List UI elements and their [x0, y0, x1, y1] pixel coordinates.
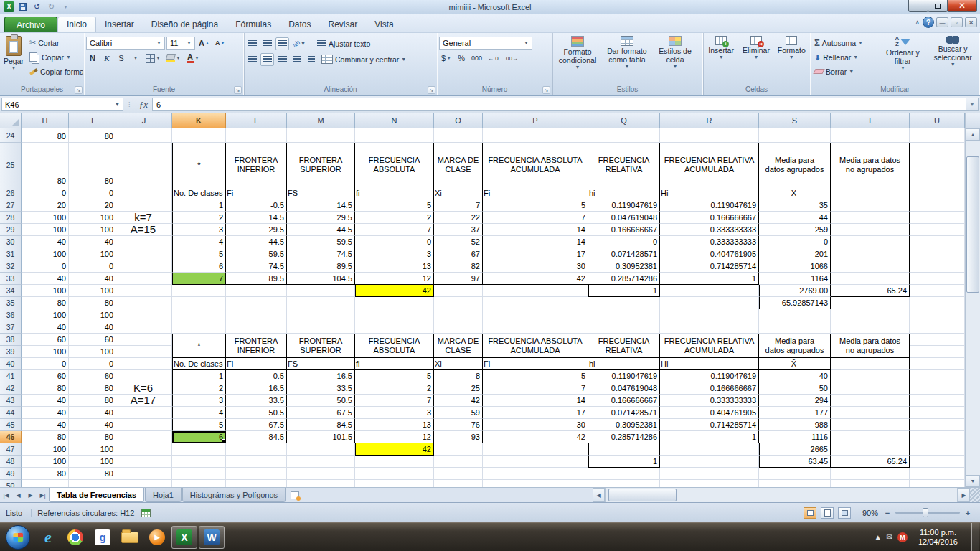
cell-K43[interactable]: 3	[172, 395, 226, 407]
cell-N47[interactable]: 42	[355, 443, 434, 456]
cell-K37[interactable]	[172, 321, 226, 334]
row-header-24[interactable]: 24	[0, 128, 22, 143]
cell-I24[interactable]: 80	[69, 128, 116, 143]
cell-S41[interactable]: 40	[759, 370, 831, 382]
cell-I31[interactable]: 100	[69, 248, 116, 260]
cell-T27[interactable]	[831, 199, 910, 212]
cell-J29[interactable]: A=15	[116, 224, 172, 236]
cell-T32[interactable]	[831, 260, 910, 273]
increase-indent-button[interactable]	[305, 53, 318, 66]
cell-P40[interactable]: Fi	[483, 358, 588, 370]
cell-K47[interactable]	[172, 443, 226, 456]
orientation-button[interactable]: ab▼	[291, 37, 308, 50]
cell-T49[interactable]	[831, 468, 910, 480]
cell-S42[interactable]: 50	[759, 382, 831, 395]
cell-J36[interactable]	[116, 309, 172, 321]
cell-styles-button[interactable]: Estilos de celda▼	[653, 34, 697, 70]
row-header-28[interactable]: 28	[0, 212, 22, 224]
horizontal-scroll-thumb[interactable]	[608, 489, 677, 501]
tab-diseno-de-pagina[interactable]: Diseño de página	[143, 17, 227, 32]
row-header-41[interactable]: 41	[0, 370, 22, 382]
cell-H26[interactable]: 0	[22, 187, 69, 199]
cell-U45[interactable]	[910, 419, 965, 431]
cell-Q45[interactable]: 0.30952381	[588, 419, 660, 431]
row-header-40[interactable]: 40	[0, 358, 22, 370]
cell-H30[interactable]: 40	[22, 236, 69, 248]
cell-T41[interactable]	[831, 370, 910, 382]
cell-T40[interactable]	[831, 358, 910, 370]
save-button[interactable]	[17, 1, 29, 13]
cell-P50[interactable]	[483, 480, 588, 487]
cell-M33[interactable]: 104.5	[287, 273, 355, 285]
sheet-tab-tabla-de-frecuencias[interactable]: Tabla de Frecuencias	[49, 488, 144, 502]
cell-J49[interactable]	[116, 468, 172, 480]
cell-S34[interactable]: 2769.00	[759, 285, 831, 297]
cell-J37[interactable]	[116, 321, 172, 334]
cell-O48[interactable]	[434, 456, 483, 468]
cell-S24[interactable]	[759, 128, 831, 143]
cell-L24[interactable]	[226, 128, 287, 143]
cell-M43[interactable]: 50.5	[287, 395, 355, 407]
cell-P27[interactable]: 5	[483, 199, 588, 212]
cell-Q44[interactable]: 0.071428571	[588, 407, 660, 419]
insert-cells-button[interactable]: + Insertar▼	[705, 34, 738, 61]
cell-J48[interactable]	[116, 456, 172, 468]
cell-P48[interactable]	[483, 456, 588, 468]
cell-Q25[interactable]: FRECUENCIA RELATIVA	[588, 143, 660, 187]
cell-M32[interactable]: 89.5	[287, 260, 355, 273]
cell-U46[interactable]	[910, 431, 965, 443]
cell-I46[interactable]: 80	[69, 431, 116, 443]
cell-U41[interactable]	[910, 370, 965, 382]
cell-L38[interactable]: FRONTERA INFERIOR	[226, 334, 287, 358]
cell-H50[interactable]	[22, 480, 69, 487]
cell-S43[interactable]: 294	[759, 395, 831, 407]
cell-J42[interactable]: K=6	[116, 382, 172, 395]
cell-I48[interactable]: 100	[69, 456, 116, 468]
cell-R46[interactable]: 1	[660, 431, 759, 443]
cell-O32[interactable]: 82	[434, 260, 483, 273]
cell-Q43[interactable]: 0.166666667	[588, 395, 660, 407]
paste-button[interactable]: Pegar ▼	[1, 34, 26, 72]
cell-L46[interactable]: 84.5	[226, 431, 287, 443]
cell-T46[interactable]	[831, 431, 910, 443]
tab-formulas[interactable]: Fórmulas	[227, 17, 280, 32]
cell-U44[interactable]	[910, 407, 965, 419]
cell-O46[interactable]: 93	[434, 431, 483, 443]
cell-L31[interactable]: 59.5	[226, 248, 287, 260]
tray-gmail-icon[interactable]: M	[897, 532, 908, 542]
cell-L30[interactable]: 44.5	[226, 236, 287, 248]
cell-U36[interactable]	[910, 309, 965, 321]
align-bottom-button[interactable]	[275, 37, 289, 50]
cell-K42[interactable]: 2	[172, 382, 226, 395]
row-header-38[interactable]: 38	[0, 334, 22, 346]
cell-R42[interactable]: 0.166666667	[660, 382, 759, 395]
cell-M29[interactable]: 44.5	[287, 224, 355, 236]
cell-K40[interactable]: No. De clases	[172, 358, 226, 370]
column-header-U[interactable]: U	[910, 113, 965, 128]
cell-K45[interactable]: 5	[172, 419, 226, 431]
row-header-39[interactable]: 39	[0, 346, 22, 358]
cell-P44[interactable]: 17	[483, 407, 588, 419]
cell-K41[interactable]: 1	[172, 370, 226, 382]
align-top-button[interactable]	[245, 37, 259, 50]
cell-J32[interactable]	[116, 260, 172, 273]
cell-U40[interactable]	[910, 358, 965, 370]
cell-K30[interactable]: 4	[172, 236, 226, 248]
cell-S28[interactable]: 44	[759, 212, 831, 224]
row-header-45[interactable]: 45	[0, 419, 22, 431]
cell-Q32[interactable]: 0.30952381	[588, 260, 660, 273]
column-header-S[interactable]: S	[759, 113, 831, 128]
cell-P41[interactable]: 5	[483, 370, 588, 382]
cell-J24[interactable]	[116, 128, 172, 143]
row-header-46[interactable]: 46	[0, 431, 22, 443]
row-header-42[interactable]: 42	[0, 382, 22, 395]
cell-O34[interactable]	[434, 285, 483, 297]
cell-U50[interactable]	[910, 480, 965, 487]
cell-N44[interactable]: 3	[355, 407, 434, 419]
font-size-select[interactable]: 11▼	[166, 37, 195, 50]
cell-H24[interactable]: 80	[22, 128, 69, 143]
cell-O31[interactable]: 67	[434, 248, 483, 260]
sheet-tab-histogramas[interactable]: Histográmas y Polígonos	[182, 488, 286, 502]
cell-H29[interactable]: 100	[22, 224, 69, 236]
cell-K49[interactable]	[172, 468, 226, 480]
